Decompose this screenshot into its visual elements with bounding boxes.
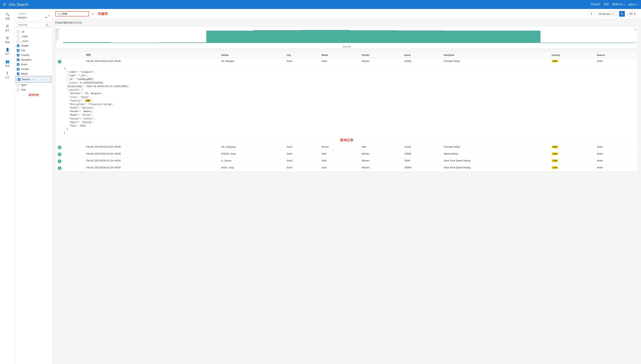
cell-discipline: Short Track Speed Skating bbox=[442, 164, 550, 172]
docs-link[interactable]: 文档 bbox=[604, 3, 609, 6]
chart-bar bbox=[158, 42, 206, 43]
expand-row-button[interactable]: + bbox=[58, 166, 62, 170]
info-button[interactable]: ℹ bbox=[588, 11, 594, 17]
cell-city: Sochi bbox=[284, 58, 320, 65]
language-selector[interactable]: 简体中文 ▼ bbox=[612, 3, 625, 6]
cell-time: Feb 09, 2023 09:05:43.219 +08:00 bbox=[84, 158, 219, 164]
sidebar-item-index[interactable]: ☰ 索引 bbox=[0, 22, 15, 34]
search-icon: 🔍 bbox=[58, 12, 60, 15]
sidebar-item-search[interactable]: 🔍 搜索 bbox=[0, 10, 15, 22]
field-checkbox-gender[interactable] bbox=[17, 68, 20, 70]
field-checkbox-country[interactable] bbox=[17, 54, 20, 56]
cell-medal: Silver bbox=[320, 58, 360, 65]
col-discipline: Discipline bbox=[442, 52, 550, 58]
refresh-button[interactable]: ↻ bbox=[619, 11, 625, 17]
off-label: Off bbox=[629, 12, 632, 15]
field-item-season[interactable]: Season→ bbox=[16, 76, 52, 82]
field-checkbox-_id[interactable] bbox=[17, 30, 20, 33]
chart-bar bbox=[350, 30, 397, 43]
field-label: Gender bbox=[21, 68, 29, 70]
expand-row-button[interactable]: + bbox=[58, 152, 62, 156]
cell-medal: Gold bbox=[320, 151, 360, 158]
cell-event: 1500M bbox=[402, 164, 442, 172]
field-item-_score[interactable]: _score bbox=[15, 39, 52, 43]
cell-athlete: XU, Mengtao bbox=[219, 58, 284, 65]
field-checkbox-_index[interactable] bbox=[17, 35, 20, 38]
field-search-input[interactable] bbox=[18, 24, 46, 26]
col-city: City bbox=[284, 52, 320, 58]
info-icon: ℹ bbox=[7, 71, 8, 75]
cell-discipline: Freestyle Skiing bbox=[442, 144, 550, 151]
json-detail: { "_index": "olympics", "_type": "_doc",… bbox=[56, 65, 638, 136]
field-checkbox-medal[interactable] bbox=[17, 72, 20, 75]
field-label: _score bbox=[21, 40, 28, 42]
field-item-city[interactable]: City bbox=[15, 48, 52, 53]
chart-bar bbox=[397, 30, 445, 43]
field-item-athlete[interactable]: Athlete bbox=[15, 43, 52, 48]
cell-medal: Bronze bbox=[320, 144, 360, 151]
sidebar-item-about[interactable]: ℹ 关于 bbox=[0, 69, 15, 81]
field-checkbox-city[interactable] bbox=[17, 49, 20, 52]
chart-bar bbox=[302, 30, 350, 43]
cell-gender: Women bbox=[360, 158, 402, 164]
field-checkbox-athlete[interactable] bbox=[17, 44, 20, 47]
cell-city: Sochi bbox=[284, 144, 320, 151]
index-select[interactable]: olympics bbox=[17, 16, 48, 19]
chart-bar bbox=[540, 42, 588, 43]
table-row: +Feb 09, 2023 09:05:43.218 +08:00ZHOU, Y… bbox=[56, 164, 638, 172]
open-api-link[interactable]: 开放API bbox=[591, 3, 600, 6]
field-item-sport[interactable]: Sport bbox=[15, 82, 52, 87]
results-table-wrap: 时间 Athlete City Medal Gender Event Disci… bbox=[55, 52, 638, 172]
field-label: _id bbox=[21, 30, 24, 33]
field-item-gender[interactable]: Gender bbox=[15, 67, 52, 72]
expand-row-button[interactable]: + bbox=[58, 160, 62, 163]
cell-time: Feb 09, 2023 09:05:43.224 +08:00 bbox=[84, 58, 219, 65]
field-item-_id[interactable]: _id bbox=[15, 29, 52, 34]
results-table: 时间 Athlete City Medal Gender Event Disci… bbox=[56, 52, 638, 172]
search-input[interactable] bbox=[62, 12, 80, 15]
sidebar-item-users[interactable]: 👤 用户 bbox=[0, 46, 15, 58]
field-checkbox-event[interactable] bbox=[17, 63, 20, 66]
cell-event: 1000M bbox=[402, 151, 442, 158]
index-selector[interactable]: 选择索引 olympics ▼ bbox=[15, 11, 52, 21]
sidebar-item-roles[interactable]: 👥 角色 bbox=[0, 58, 15, 69]
chart-menu-icon[interactable]: ≡ bbox=[635, 28, 636, 32]
chart-timestamp: 09:05:30 bbox=[343, 46, 351, 48]
field-item-event[interactable]: Event bbox=[15, 62, 52, 67]
expand-row-button[interactable]: + bbox=[58, 146, 62, 149]
field-label: Athlete bbox=[21, 44, 28, 47]
cell-medal: Gold bbox=[320, 164, 360, 172]
time-selector[interactable]: 30 Minutes 🕐 bbox=[596, 12, 617, 16]
cell-season: winter bbox=[595, 151, 638, 158]
time-label: 30 Minutes bbox=[598, 12, 610, 15]
col-expand bbox=[56, 52, 84, 58]
off-button[interactable]: Off ▼ bbox=[627, 12, 638, 16]
field-item-_index[interactable]: _index bbox=[15, 34, 52, 39]
cell-event: Aerials bbox=[402, 58, 442, 65]
detail-row: { "_index": "olympics", "_type": "_doc",… bbox=[56, 65, 638, 144]
hamburger-icon[interactable]: ☰ bbox=[3, 2, 6, 6]
sidebar-item-template[interactable]: ⊞ 模板 bbox=[0, 34, 15, 46]
expand-row-button[interactable]: − bbox=[58, 60, 62, 64]
field-item-year[interactable]: Year bbox=[15, 87, 52, 92]
field-checkbox-season[interactable] bbox=[18, 78, 20, 81]
country-badge: CHN bbox=[552, 152, 558, 155]
roles-icon: 👥 bbox=[6, 60, 10, 64]
admin-menu[interactable]: admin ▼ bbox=[628, 3, 638, 6]
search-input-wrap[interactable]: 🔍 bbox=[55, 11, 89, 16]
field-label: Year bbox=[21, 88, 26, 91]
field-item-medal[interactable]: Medal bbox=[15, 72, 52, 76]
field-label: _index bbox=[21, 35, 28, 38]
field-checkbox-discipline[interactable] bbox=[17, 58, 20, 61]
field-search-wrap[interactable]: 🔍 bbox=[16, 22, 51, 28]
cell-time: Feb 09, 2023 09:05:43.223 +08:00 bbox=[84, 144, 219, 151]
field-item-country[interactable]: Country bbox=[15, 53, 52, 57]
chart-bar bbox=[445, 31, 493, 43]
field-checkbox-sport[interactable] bbox=[17, 84, 20, 86]
field-item-discipline[interactable]: Discipline bbox=[15, 57, 52, 62]
keyword-arrow: ← bbox=[91, 12, 95, 16]
cell-season: winter bbox=[595, 144, 638, 151]
cell-season: winter bbox=[595, 164, 638, 172]
field-checkbox-year[interactable] bbox=[17, 88, 20, 91]
field-checkbox-_score[interactable] bbox=[17, 40, 20, 42]
